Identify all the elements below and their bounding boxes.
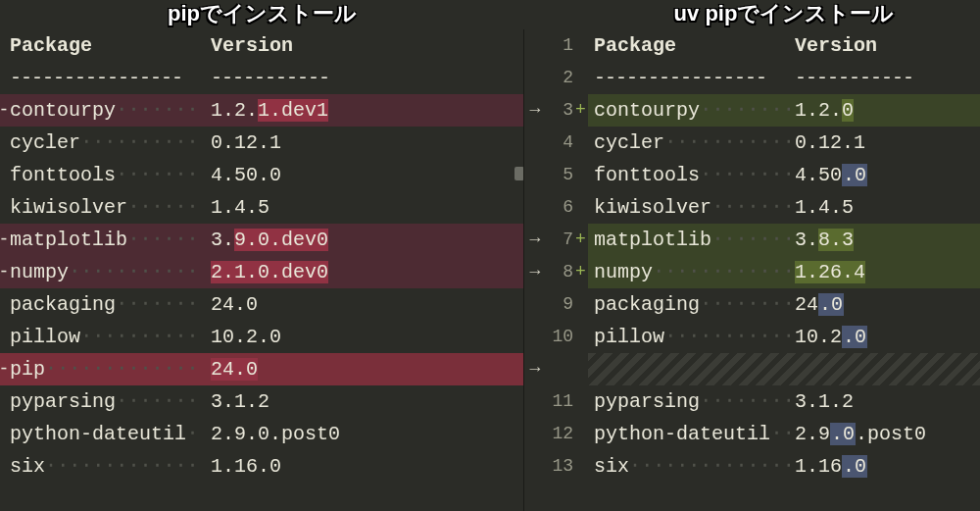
pane-divider	[523, 29, 524, 511]
table-row: six1.16.0	[0, 450, 524, 483]
line-number: 12	[546, 418, 573, 450]
line-number: 1	[546, 29, 573, 62]
header-row-left: Package Version	[0, 29, 524, 62]
header-version: Version	[211, 29, 293, 62]
arrow-icon: →	[524, 256, 546, 288]
gutter-row: 5	[524, 159, 588, 191]
line-number: 9	[546, 288, 573, 321]
gutter-row: →8+	[524, 256, 588, 288]
table-row: -contourpy1.2.1.dev1	[0, 94, 524, 127]
table-row: -pip24.0	[0, 353, 524, 385]
plus-icon: +	[573, 94, 585, 127]
table-row: numpy1.26.4	[588, 256, 980, 288]
collapsed-separator[interactable]	[588, 353, 980, 385]
table-row: packaging24.0	[0, 288, 524, 321]
left-body: -contourpy1.2.1.dev1cycler0.12.1fonttool…	[0, 94, 524, 483]
table-row: pyparsing3.1.2	[588, 385, 980, 418]
table-row: pillow10.2.0	[0, 321, 524, 353]
line-number: 11	[546, 385, 573, 418]
minus-icon: -	[0, 256, 8, 288]
gutter-row: 4	[524, 127, 588, 159]
left-pane: pipでインストール Package Version -------------…	[0, 0, 524, 511]
table-row: kiwisolver1.4.5	[0, 191, 524, 224]
gutter-row: 1	[524, 29, 588, 62]
minus-icon: -	[0, 94, 8, 127]
minus-icon: -	[0, 224, 8, 256]
gutter: 12→3+456→7+→8+910→111213	[524, 0, 588, 511]
line-number: 10	[546, 321, 573, 353]
gutter-row: 6	[524, 191, 588, 224]
table-row: contourpy1.2.0	[588, 94, 980, 127]
gutter-row: 10	[524, 321, 588, 353]
left-title: pipでインストール	[0, 0, 524, 29]
table-row: -numpy2.1.0.dev0	[0, 256, 524, 288]
line-number: 3	[546, 94, 573, 127]
gutter-row: 11	[524, 385, 588, 418]
line-number: 13	[546, 450, 573, 483]
table-row: cycler0.12.1	[588, 127, 980, 159]
gutter-row: →	[524, 353, 588, 385]
header-row-right: PackageVersion	[588, 29, 980, 62]
minus-icon: -	[0, 353, 8, 385]
line-number: 5	[546, 159, 573, 191]
table-row: packaging24.0	[588, 288, 980, 321]
right-body: PackageVersion--------------------------…	[588, 29, 980, 483]
line-number: 2	[546, 62, 573, 94]
line-number: 8	[546, 256, 573, 288]
gutter-row: 9	[524, 288, 588, 321]
arrow-icon: →	[524, 224, 546, 256]
table-row: python-dateutil2.9.0.post0	[588, 418, 980, 450]
table-row: pyparsing3.1.2	[0, 385, 524, 418]
table-row: fonttools4.50.0	[588, 159, 980, 191]
diff-view: pipでインストール Package Version -------------…	[0, 0, 980, 511]
table-row: matplotlib3.8.3	[588, 224, 980, 256]
arrow-icon: →	[524, 94, 546, 127]
line-number: 4	[546, 127, 573, 159]
table-row: six1.16.0	[588, 450, 980, 483]
line-number: 7	[546, 224, 573, 256]
table-row: kiwisolver1.4.5	[588, 191, 980, 224]
rule-row-left: ---------------- -----------	[0, 62, 524, 94]
gutter-row: 12	[524, 418, 588, 450]
table-row: fonttools4.50.0	[0, 159, 524, 191]
gutter-row: 13	[524, 450, 588, 483]
right-pane: uv pipでインストール PackageVersion------------…	[588, 0, 980, 511]
table-row: pillow10.2.0	[588, 321, 980, 353]
table-row: cycler0.12.1	[0, 127, 524, 159]
right-title: uv pipでインストール	[588, 0, 980, 29]
table-row: -matplotlib3.9.0.dev0	[0, 224, 524, 256]
gutter-row: 2	[524, 62, 588, 94]
header-package: Package	[10, 34, 92, 57]
plus-icon: +	[573, 256, 585, 288]
gutter-row: →7+	[524, 224, 588, 256]
gutter-row: →3+	[524, 94, 588, 127]
rule-row-right: ---------------------------	[588, 62, 980, 94]
line-number: 6	[546, 191, 573, 224]
plus-icon: +	[573, 224, 585, 256]
table-row: python-dateutil2.9.0.post0	[0, 418, 524, 450]
arrow-icon: →	[524, 353, 546, 385]
